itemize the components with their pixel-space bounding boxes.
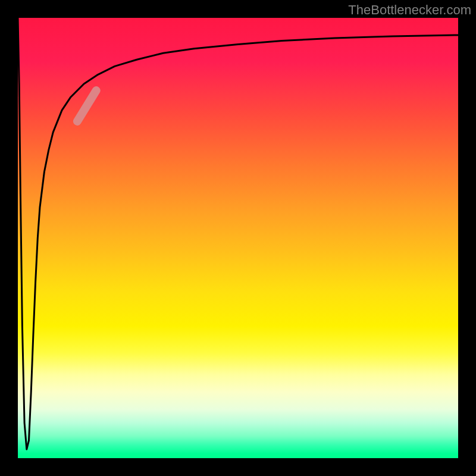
bottleneck-curve (18, 18, 458, 449)
highlight-segment (77, 90, 96, 121)
plot-area (18, 18, 458, 458)
chart-svg (18, 18, 458, 458)
watermark-label: TheBottleneсker.com (348, 2, 471, 18)
